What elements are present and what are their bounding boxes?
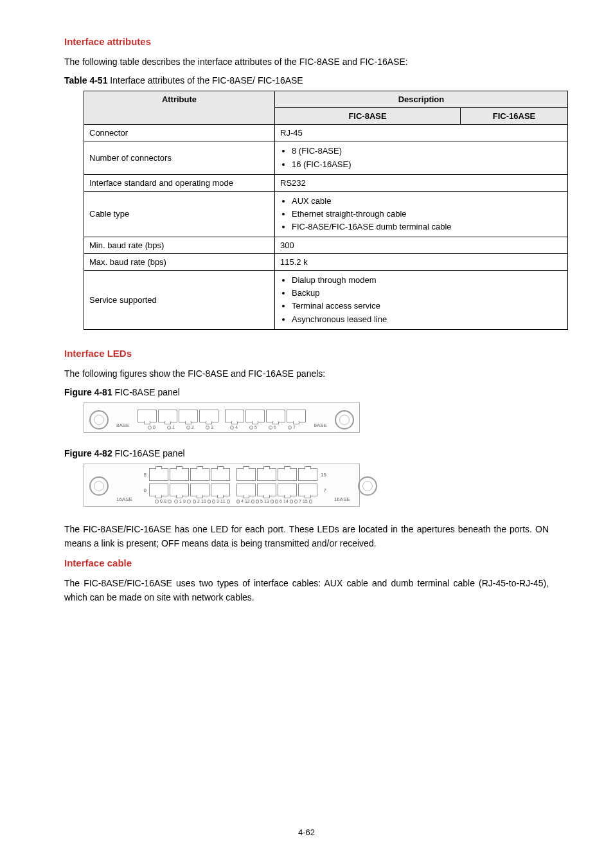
table-row-description: RJ-45 xyxy=(275,125,568,141)
port-led: 19 xyxy=(173,499,191,503)
th-attribute: Attribute xyxy=(84,91,275,125)
intro-attributes: The following table describes the interf… xyxy=(64,55,549,69)
table-row-description: 115.2 k xyxy=(275,254,568,271)
panel8-right-label: 8ASE xyxy=(314,422,327,428)
rj45-port-icon xyxy=(245,410,265,422)
screw-hole-icon xyxy=(89,410,109,429)
port-led: 3 xyxy=(200,425,218,429)
list-item: 16 (FIC-16ASE) xyxy=(292,158,562,171)
port-led: 1 xyxy=(162,425,180,429)
cable-body: The FIC-8ASE/FIC-16ASE uses two types of… xyxy=(64,576,549,605)
table-row-attribute: Min. baud rate (bps) xyxy=(84,237,275,254)
port-led: 2 xyxy=(181,425,199,429)
rj45-port-icon xyxy=(266,410,285,422)
panel16-row-top-right: 15 xyxy=(320,472,326,478)
list-item: 8 (FIC-8ASE) xyxy=(292,145,562,158)
list-item: Backup xyxy=(292,287,562,300)
figure-82-prefix: Figure 4-82 xyxy=(64,448,112,458)
intro-leds: The following figures show the FIC-8ASE … xyxy=(64,366,549,381)
rj45-port-icon xyxy=(170,468,189,481)
rj45-port-icon xyxy=(278,484,297,496)
figure-81-prefix: Figure 4-81 xyxy=(64,387,112,397)
table-row-attribute: Connector xyxy=(84,125,275,141)
heading-interface-attributes: Interface attributes xyxy=(64,36,549,47)
rj45-port-icon xyxy=(149,468,168,481)
panel16-row-bot-left: 0 xyxy=(140,487,147,493)
list-item: Ethernet straight-through cable xyxy=(292,208,562,221)
th-fic8ase: FIC-8ASE xyxy=(275,108,461,125)
table-row-description: 300 xyxy=(275,237,568,254)
th-description: Description xyxy=(275,91,568,108)
fic-16ase-panel: 16ASE 8 15 0 7 0819210311412513614715 16… xyxy=(84,464,360,507)
rj45-port-icon xyxy=(298,468,317,481)
rj45-port-icon xyxy=(257,468,276,481)
table-row-description: 8 (FIC-8ASE)16 (FIC-16ASE) xyxy=(275,141,568,174)
rj45-port-icon xyxy=(190,484,209,496)
table-row-attribute: Max. baud rate (bps) xyxy=(84,254,275,271)
table-row-attribute: Interface standard and operating mode xyxy=(84,174,275,191)
rj45-port-icon xyxy=(199,410,218,422)
table-row-attribute: Service supported xyxy=(84,271,275,330)
rj45-port-icon xyxy=(211,468,230,481)
table-caption-prefix: Table 4-51 xyxy=(64,75,107,86)
port-led: 0 xyxy=(143,425,161,429)
figure-82-rest: FIC-16ASE panel xyxy=(112,448,185,458)
list-item: Terminal access service xyxy=(292,300,562,312)
port-led: 08 xyxy=(154,499,172,503)
rj45-port-icon xyxy=(149,484,168,496)
port-led: 6 xyxy=(263,425,281,429)
panel16-row-bot-right: 7 xyxy=(320,487,326,493)
rj45-port-icon xyxy=(236,484,256,496)
leds-note: The FIC-8ASE/FIC-16ASE has one LED for e… xyxy=(64,522,549,551)
panel16-left-label: 16ASE xyxy=(116,496,132,502)
port-led: 412 xyxy=(236,499,254,503)
rj45-port-icon xyxy=(278,468,297,481)
port-led: 4 xyxy=(225,425,243,429)
rj45-port-icon xyxy=(211,484,230,496)
list-item: FIC-8ASE/FIC-16ASE dumb terminal cable xyxy=(292,221,562,233)
rj45-port-icon xyxy=(190,468,209,481)
heading-interface-leds: Interface LEDs xyxy=(64,348,549,359)
port-led: 5 xyxy=(244,425,262,429)
table-row-attribute: Number of connectors xyxy=(84,141,275,174)
rj45-port-icon xyxy=(298,484,317,496)
table-row-description: AUX cableEthernet straight-through cable… xyxy=(275,191,568,237)
list-item: Dialup through modem xyxy=(292,274,562,287)
figure-81-rest: FIC-8ASE panel xyxy=(112,387,180,397)
rj45-port-icon xyxy=(236,468,256,481)
table-caption: Table 4-51 Interface attributes of the F… xyxy=(64,75,549,86)
rj45-port-icon xyxy=(287,410,306,422)
table-caption-rest: Interface attributes of the FIC-8ASE/ FI… xyxy=(107,75,303,86)
panel8-left-label: 8ASE xyxy=(116,422,129,428)
heading-interface-cable: Interface cable xyxy=(64,557,549,568)
port-led: 513 xyxy=(256,499,274,503)
rj45-port-icon xyxy=(257,484,276,496)
page-number: 4-62 xyxy=(0,827,613,837)
panel16-right-label: 16ASE xyxy=(334,496,350,502)
rj45-port-icon xyxy=(138,410,157,422)
figure-82-caption: Figure 4-82 FIC-16ASE panel xyxy=(64,448,549,458)
attributes-table: Attribute Description FIC-8ASE FIC-16ASE… xyxy=(84,91,568,329)
fic-8ase-panel: 8ASE 01234567 8ASE xyxy=(84,402,360,433)
table-row-attribute: Cable type xyxy=(84,191,275,237)
port-led: 7 xyxy=(283,425,301,429)
panel16-row-top-left: 8 xyxy=(140,472,147,478)
list-item: Asynchronous leased line xyxy=(292,313,562,326)
port-led: 715 xyxy=(294,499,312,503)
rj45-port-icon xyxy=(225,410,244,422)
screw-hole-icon xyxy=(89,476,109,496)
table-row-description: Dialup through modemBackupTerminal acces… xyxy=(275,271,568,330)
screw-hole-icon xyxy=(358,476,377,496)
rj45-port-icon xyxy=(158,410,177,422)
figure-81-caption: Figure 4-81 FIC-8ASE panel xyxy=(64,387,549,397)
port-led: 210 xyxy=(193,499,211,503)
rj45-port-icon xyxy=(170,484,189,496)
table-row-description: RS232 xyxy=(275,174,568,191)
port-led: 614 xyxy=(275,499,293,503)
screw-hole-icon xyxy=(335,410,354,429)
list-item: AUX cable xyxy=(292,195,562,208)
th-fic16ase: FIC-16ASE xyxy=(461,108,568,125)
rj45-port-icon xyxy=(179,410,198,422)
port-led: 311 xyxy=(212,499,230,503)
